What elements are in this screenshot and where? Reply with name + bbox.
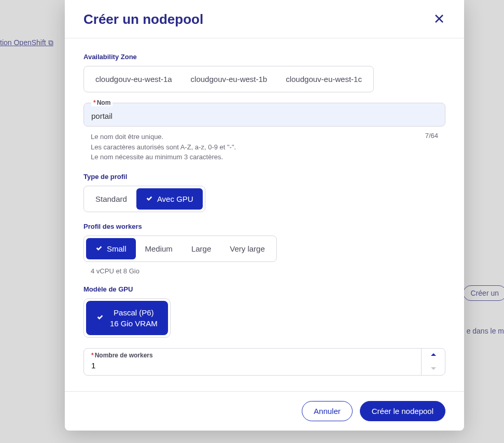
gpu-label: Modèle de GPU (83, 285, 445, 293)
check-icon (96, 313, 104, 323)
worker-large[interactable]: Large (182, 238, 220, 259)
profile-type-options: Standard Avec GPU (83, 186, 205, 212)
create-nodepool-modal: Créer un nodepool Availability Zone clou… (65, 0, 464, 431)
gpu-vram: 16 Gio VRAM (110, 318, 158, 329)
modal-title: Créer un nodepool (83, 11, 203, 27)
name-counter: 7/64 (425, 132, 438, 162)
modal-body: Availability Zone cloudgouv-eu-west-1a c… (65, 38, 464, 391)
cancel-button[interactable]: Annuler (302, 401, 353, 421)
modal-header: Créer un nodepool (65, 0, 464, 38)
worker-helper: 4 vCPU et 8 Gio (83, 267, 445, 275)
name-input[interactable] (91, 112, 438, 120)
gpu-name: Pascal (P6) (110, 307, 158, 318)
name-label: *Nom (91, 99, 113, 106)
az-option-1b[interactable]: cloudgouv-eu-west-1b (181, 68, 277, 90)
workers-count-field: *Nombre de workers (83, 348, 445, 376)
worker-profile-field: Profil des workers Small Medium Large Ve… (83, 223, 445, 275)
stepper-down-icon[interactable] (422, 362, 445, 375)
profile-gpu[interactable]: Avec GPU (136, 188, 203, 210)
close-icon[interactable] (433, 12, 445, 27)
profile-standard[interactable]: Standard (86, 188, 136, 210)
workers-label: *Nombre de workers (91, 352, 153, 359)
modal-footer: Annuler Créer le nodepool (65, 391, 464, 431)
check-icon (95, 244, 103, 253)
worker-medium[interactable]: Medium (136, 238, 182, 259)
worker-profile-options: Small Medium Large Very large (83, 236, 277, 262)
worker-small[interactable]: Small (86, 238, 136, 259)
az-label: Availability Zone (83, 53, 445, 61)
submit-button[interactable]: Créer le nodepool (360, 401, 445, 421)
worker-profile-label: Profil des workers (83, 223, 445, 230)
worker-very-large[interactable]: Very large (220, 238, 274, 259)
profile-type-field: Type de profil Standard Avec GPU (83, 173, 445, 212)
az-option-1a[interactable]: cloudgouv-eu-west-1a (86, 68, 181, 90)
gpu-model-field: Modèle de GPU Pascal (P6) 16 Gio VRAM (83, 285, 445, 338)
gpu-card[interactable]: Pascal (P6) 16 Gio VRAM (83, 298, 171, 338)
name-input-wrap: *Nom (83, 103, 445, 127)
stepper-up-icon[interactable] (422, 349, 445, 362)
profile-type-label: Type de profil (83, 173, 445, 181)
az-options: cloudgouv-eu-west-1a cloudgouv-eu-west-1… (83, 66, 374, 92)
availability-zone-field: Availability Zone cloudgouv-eu-west-1a c… (83, 53, 445, 92)
name-helper: Le nom doit être unique. Les caractères … (91, 132, 236, 162)
check-icon (146, 195, 153, 203)
workers-stepper: *Nombre de workers (83, 348, 445, 376)
az-option-1c[interactable]: cloudgouv-eu-west-1c (276, 68, 371, 90)
name-field: *Nom Le nom doit être unique. Les caract… (83, 103, 445, 162)
